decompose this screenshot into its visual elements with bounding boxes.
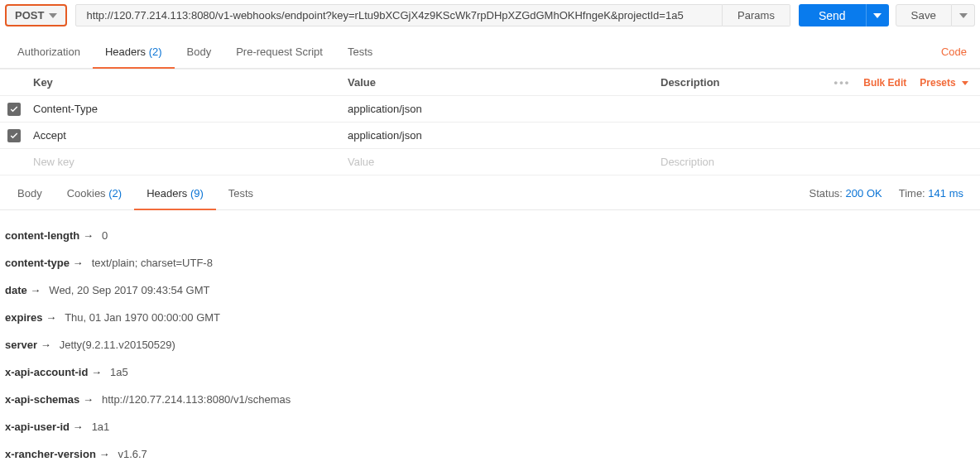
response-header-row: content-type →text/plain; charset=UTF-8 xyxy=(5,249,975,276)
resp-header-key: x-rancher-version → xyxy=(5,448,109,460)
resp-header-value: Wed, 20 Sep 2017 09:43:54 GMT xyxy=(49,284,209,296)
resp-header-value: text/plain; charset=UTF-8 xyxy=(92,257,213,269)
new-desc-input[interactable]: Description xyxy=(656,156,823,168)
bulk-edit-link[interactable]: Bulk Edit xyxy=(863,77,906,89)
response-header-row: server →Jetty(9.2.11.v20150529) xyxy=(5,331,975,358)
new-header-row[interactable]: New key Value Description xyxy=(0,149,980,175)
header-value-cell[interactable]: application/json xyxy=(343,129,656,142)
headers-table-head: Key Value Description ••• Bulk Edit Pres… xyxy=(0,70,980,96)
tab-body[interactable]: Body xyxy=(175,36,224,68)
col-desc: Description xyxy=(656,76,823,89)
response-header-row: x-api-schemas →http://120.77.214.113:808… xyxy=(5,386,975,413)
resp-header-value: Thu, 01 Jan 1970 00:00:00 GMT xyxy=(65,311,220,324)
header-key-cell[interactable]: Content-Type xyxy=(28,103,343,115)
resp-header-value: v1.6.7 xyxy=(118,448,147,460)
chevron-down-icon xyxy=(959,13,968,18)
resp-tab-cookies[interactable]: Cookies (2) xyxy=(55,177,134,209)
chevron-down-icon xyxy=(962,81,968,85)
send-dropdown[interactable] xyxy=(866,4,889,26)
resp-header-key: content-length → xyxy=(5,229,94,242)
send-group: Send xyxy=(799,4,889,26)
resp-header-key: expires → xyxy=(5,311,56,324)
request-bar: POST http://120.77.214.113:8080/v1-webho… xyxy=(0,0,980,31)
resp-header-key: x-api-schemas → xyxy=(5,393,94,406)
resp-header-value: 1a1 xyxy=(92,421,110,433)
chevron-down-icon xyxy=(873,13,882,18)
http-method-select[interactable]: POST xyxy=(5,4,67,26)
resp-header-value: http://120.77.214.113:8080/v1/schemas xyxy=(102,393,291,406)
resp-header-key: content-type → xyxy=(5,257,84,269)
resp-header-value: 0 xyxy=(102,229,108,242)
checkbox[interactable] xyxy=(7,103,21,116)
time-value: 141 ms xyxy=(928,187,963,200)
resp-header-key: date → xyxy=(5,284,41,296)
resp-header-value: Jetty(9.2.11.v20150529) xyxy=(60,339,175,351)
resp-tab-tests[interactable]: Tests xyxy=(216,177,266,209)
response-header-row: expires →Thu, 01 Jan 1970 00:00:00 GMT xyxy=(5,304,975,331)
resp-header-key: x-api-user-id → xyxy=(5,421,84,433)
resp-header-key: server → xyxy=(5,339,51,351)
col-key: Key xyxy=(28,76,343,89)
chevron-down-icon xyxy=(49,13,57,18)
tab-authorization[interactable]: Authorization xyxy=(5,36,93,68)
tab-prerequest[interactable]: Pre-request Script xyxy=(223,36,335,68)
save-group: Save xyxy=(896,4,975,26)
http-method-label: POST xyxy=(15,9,44,22)
header-value-cell[interactable]: application/json xyxy=(343,103,656,115)
response-header-row: x-api-account-id →1a5 xyxy=(5,358,975,386)
presets-dropdown[interactable]: Presets xyxy=(920,77,968,89)
table-row: Acceptapplication/json xyxy=(0,123,980,149)
resp-header-key: x-api-account-id → xyxy=(5,366,102,378)
resp-tab-headers[interactable]: Headers (9) xyxy=(134,177,216,209)
request-headers-table: Key Value Description ••• Bulk Edit Pres… xyxy=(0,69,980,175)
response-meta: Status: 200 OK Time: 141 ms xyxy=(809,187,975,200)
response-headers-list: content-length →0content-type →text/plai… xyxy=(0,210,980,473)
checkbox[interactable] xyxy=(7,129,21,142)
more-icon[interactable]: ••• xyxy=(834,76,851,89)
tab-headers[interactable]: Headers (2) xyxy=(93,36,175,68)
header-key-cell[interactable]: Accept xyxy=(28,129,343,142)
response-header-row: x-api-user-id →1a1 xyxy=(5,413,975,440)
table-row: Content-Typeapplication/json xyxy=(0,96,980,123)
url-input[interactable]: http://120.77.214.113:8080/v1-webhooks/e… xyxy=(75,4,723,26)
col-value: Value xyxy=(343,76,656,89)
save-button[interactable]: Save xyxy=(896,4,952,26)
request-tabs: Authorization Headers (2) Body Pre-reque… xyxy=(0,36,980,69)
send-button[interactable]: Send xyxy=(799,4,866,26)
code-link[interactable]: Code xyxy=(933,36,975,68)
response-header-row: content-length →0 xyxy=(5,222,975,249)
params-button[interactable]: Params xyxy=(723,4,790,26)
response-header-row: x-rancher-version →v1.6.7 xyxy=(5,440,975,468)
resp-tab-body[interactable]: Body xyxy=(5,177,55,209)
status-value: 200 OK xyxy=(846,187,882,200)
response-header-row: date →Wed, 20 Sep 2017 09:43:54 GMT xyxy=(5,276,975,304)
tab-tests[interactable]: Tests xyxy=(335,36,385,68)
resp-header-value: 1a5 xyxy=(110,366,128,378)
new-key-input[interactable]: New key xyxy=(28,156,343,168)
response-tabs: Body Cookies (2) Headers (9) Tests Statu… xyxy=(0,177,980,210)
url-text: http://120.77.214.113:8080/v1-webhooks/e… xyxy=(86,9,683,22)
new-value-input[interactable]: Value xyxy=(343,156,656,168)
save-dropdown[interactable] xyxy=(952,4,975,26)
